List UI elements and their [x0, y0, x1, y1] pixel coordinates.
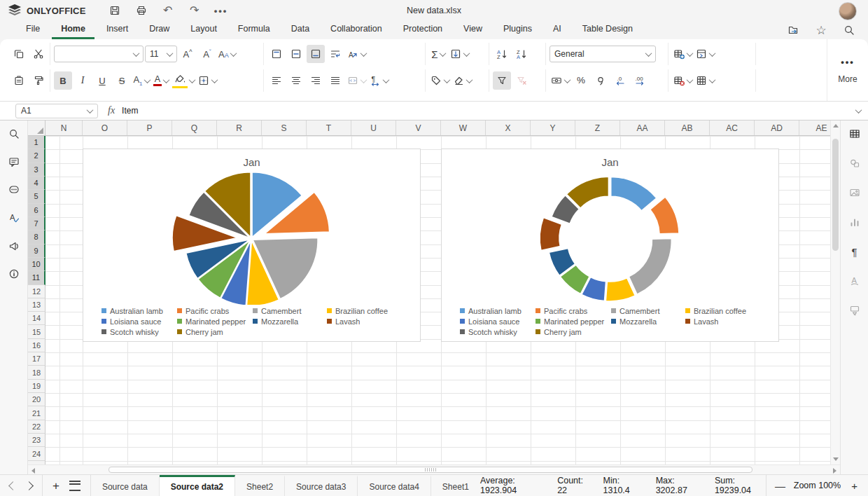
row-header-13[interactable]: 13 — [28, 298, 46, 312]
insert-cells-button[interactable] — [672, 45, 693, 63]
sort-ascending-button[interactable]: AZ — [493, 45, 511, 63]
column-header-U[interactable]: U — [351, 120, 396, 135]
scroll-up-arrow-icon[interactable] — [833, 124, 839, 128]
search-icon[interactable] — [5, 125, 23, 143]
justify-button[interactable] — [326, 71, 344, 90]
clear-filter-button[interactable] — [512, 71, 531, 90]
sheet-tab-source-data2[interactable]: Source data2 — [160, 475, 235, 496]
horizontal-scroll-thumb[interactable] — [108, 467, 752, 473]
vertical-scrollbar[interactable] — [830, 120, 840, 464]
about-icon[interactable] — [5, 265, 23, 283]
sheet-tab-sheet2[interactable]: Sheet2 — [235, 475, 285, 496]
align-bottom-button[interactable] — [307, 45, 325, 63]
row-header-16[interactable]: 16 — [28, 339, 46, 352]
column-header-X[interactable]: X — [486, 120, 531, 135]
select-all-cell[interactable] — [28, 120, 46, 135]
row-header-22[interactable]: 22 — [28, 420, 46, 434]
increase-font-button[interactable]: A^ — [178, 45, 197, 63]
chat-icon[interactable] — [5, 181, 23, 199]
column-header-R[interactable]: R — [217, 120, 262, 135]
delete-cells-button[interactable] — [672, 71, 693, 90]
menu-tab-data[interactable]: Data — [282, 22, 318, 39]
sheet-tab-source-data3[interactable]: Source data3 — [285, 475, 358, 496]
format-painter-button[interactable] — [29, 71, 48, 90]
row-header-17[interactable]: 17 — [28, 352, 46, 366]
change-case-button[interactable]: AA — [218, 45, 237, 63]
column-header-AB[interactable]: AB — [665, 120, 710, 135]
undo-icon[interactable]: ↶ — [160, 3, 176, 18]
vertical-scroll-thumb[interactable] — [832, 139, 839, 251]
underline-button[interactable]: U — [93, 71, 111, 90]
menu-tab-draw[interactable]: Draw — [140, 22, 178, 39]
feedback-icon[interactable] — [5, 237, 23, 255]
more-button[interactable]: ••• More — [827, 39, 868, 101]
text-direction-button[interactable]: ¶ — [368, 71, 389, 90]
redo-icon[interactable]: ↷ — [187, 3, 202, 18]
row-header-9[interactable]: 9 — [28, 244, 46, 258]
sheet-list-icon[interactable] — [69, 481, 80, 491]
row-header-15[interactable]: 15 — [28, 325, 46, 338]
column-header-T[interactable]: T — [307, 120, 351, 135]
increase-decimal-button[interactable]: .00 — [631, 71, 649, 90]
filter-button[interactable] — [493, 71, 511, 90]
italic-button[interactable]: I — [74, 71, 92, 90]
align-center-button[interactable] — [287, 71, 305, 90]
spreadsheet-grid[interactable]: NOPQRSTUVWXYZAAABACADAE 1234567891011121… — [28, 120, 830, 464]
menu-tab-collaboration[interactable]: Collaboration — [321, 22, 391, 39]
cell-settings-icon[interactable] — [846, 125, 864, 143]
column-header-V[interactable]: V — [396, 120, 441, 135]
sort-descending-button[interactable]: ZA — [512, 45, 531, 63]
font-name-select[interactable] — [54, 46, 144, 62]
autosum-button[interactable]: Σ — [429, 45, 447, 63]
menu-tab-table-design[interactable]: Table Design — [573, 22, 642, 39]
row-header-3[interactable]: 3 — [28, 163, 46, 177]
font-size-select[interactable]: 11 — [145, 46, 177, 62]
comma-style-button[interactable] — [592, 71, 610, 90]
row-header-14[interactable]: 14 — [28, 312, 46, 325]
zoom-in-button[interactable]: + — [848, 480, 861, 492]
menu-tab-view[interactable]: View — [454, 22, 491, 39]
menu-tab-ai[interactable]: AI — [544, 22, 570, 39]
row-header-4[interactable]: 4 — [28, 177, 46, 190]
strikethrough-button[interactable]: S — [113, 71, 131, 90]
column-header-Q[interactable]: Q — [172, 120, 217, 135]
row-header-1[interactable]: 1 — [28, 136, 46, 149]
save-icon[interactable] — [107, 3, 122, 18]
add-sheet-icon[interactable]: + — [52, 480, 59, 492]
row-header-20[interactable]: 20 — [28, 393, 46, 406]
subscript-button[interactable]: A1 — [132, 71, 150, 90]
scroll-down-arrow-icon[interactable] — [833, 457, 839, 461]
open-file-location-icon[interactable] — [784, 21, 802, 39]
column-header-S[interactable]: S — [262, 120, 307, 135]
row-header-5[interactable]: 5 — [28, 190, 46, 203]
scroll-left-arrow-icon[interactable] — [31, 468, 35, 474]
print-icon[interactable] — [134, 3, 149, 18]
chart-panel-2[interactable]: JanAustralian lambPacific crabsCamembert… — [441, 149, 779, 342]
row-header-2[interactable]: 2 — [28, 149, 46, 163]
sheet-tab-source-data4[interactable]: Source data4 — [358, 475, 430, 496]
fill-button[interactable] — [449, 45, 470, 63]
row-header-8[interactable]: 8 — [28, 230, 46, 244]
bold-button[interactable]: B — [54, 71, 72, 90]
align-top-button[interactable] — [267, 45, 286, 63]
align-right-button[interactable] — [307, 71, 325, 90]
menu-tab-formula[interactable]: Formula — [229, 22, 279, 39]
clear-button[interactable] — [451, 71, 472, 90]
textart-settings-icon[interactable]: A — [846, 272, 864, 290]
wrap-text-button[interactable] — [326, 45, 344, 63]
expand-formula-bar-icon[interactable] — [855, 106, 862, 113]
column-header-AC[interactable]: AC — [710, 120, 755, 135]
menu-tab-layout[interactable]: Layout — [181, 22, 226, 39]
horizontal-scrollbar[interactable] — [28, 464, 840, 474]
previous-sheet-icon[interactable] — [8, 481, 18, 490]
sheet-tab-source-data[interactable]: Source data — [91, 475, 160, 496]
fill-color-button[interactable] — [172, 71, 195, 90]
formula-input[interactable]: Item — [122, 106, 855, 116]
row-header-18[interactable]: 18 — [28, 366, 46, 379]
paste-button[interactable] — [10, 71, 28, 90]
menu-tab-home[interactable]: Home — [52, 22, 94, 39]
font-color-button[interactable]: A — [152, 71, 170, 90]
row-header-24[interactable]: 24 — [28, 447, 46, 460]
cut-button[interactable] — [29, 45, 48, 63]
row-header-19[interactable]: 19 — [28, 380, 46, 393]
